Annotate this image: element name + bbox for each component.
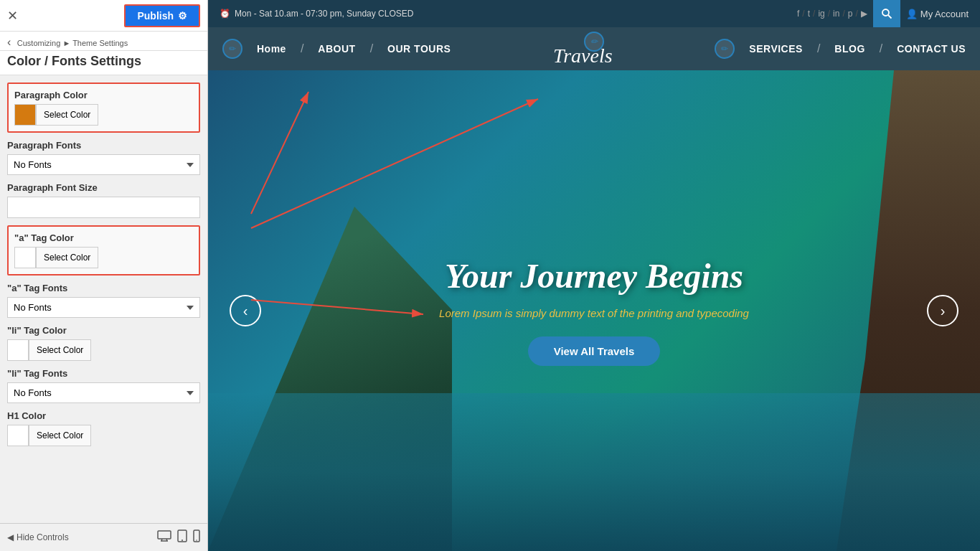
h1-color-select-btn[interactable]: Select Color bbox=[29, 425, 91, 446]
site-nav: ✏ Home / ABOUT / OUR TOURS ✏ Travels ✏ S… bbox=[208, 27, 980, 70]
nav-about[interactable]: ABOUT bbox=[318, 43, 355, 55]
facebook-icon[interactable]: f bbox=[797, 9, 799, 19]
carousel-next-button[interactable]: › bbox=[927, 295, 958, 326]
h1-color-swatch[interactable] bbox=[7, 425, 29, 446]
carousel-prev-button[interactable]: ‹ bbox=[230, 295, 261, 326]
edit-pencil-right[interactable]: ✏ bbox=[715, 39, 735, 59]
topbar-hours: Mon - Sat 10.am - 07:30 pm, Sunday CLOSE… bbox=[235, 9, 413, 19]
paragraph-color-label: Paragraph Color bbox=[14, 90, 193, 100]
pinterest-icon[interactable]: p bbox=[848, 9, 853, 19]
h1-color-label: H1 Color bbox=[7, 410, 200, 421]
breadcrumb-theme-settings: Theme Settings bbox=[72, 39, 128, 47]
paragraph-fonts-label: Paragraph Fonts bbox=[7, 140, 200, 151]
gear-icon: ⚙ bbox=[178, 10, 187, 22]
li-tag-color-group: "li" Tag Color Select Color bbox=[7, 325, 200, 361]
li-tag-fonts-group: "li" Tag Fonts No Fonts Arial Georgia bbox=[7, 368, 200, 403]
li-tag-fonts-label: "li" Tag Fonts bbox=[7, 368, 200, 379]
hide-controls-label: Hide Controls bbox=[17, 532, 69, 542]
topbar-right: f / t / ig / in / p / ▶ 👤 My Accoun bbox=[797, 0, 969, 27]
h1-color-group: H1 Color Select Color bbox=[7, 410, 200, 446]
page-title: Color / Fonts Settings bbox=[0, 51, 207, 75]
li-tag-color-label: "li" Tag Color bbox=[7, 325, 200, 336]
li-tag-color-row: Select Color bbox=[7, 339, 200, 361]
hero-content: Your Journey Begins Lorem Ipsum is simpl… bbox=[439, 256, 749, 366]
svg-point-8 bbox=[882, 9, 889, 16]
back-button[interactable]: ‹ bbox=[7, 36, 11, 49]
nav-blog[interactable]: BLOG bbox=[834, 43, 864, 55]
breadcrumb: ‹ Customizing ► Theme Settings bbox=[0, 32, 207, 51]
nav-right: ✏ SERVICES / BLOG / CONTACT US bbox=[715, 39, 966, 59]
tablet-view-button[interactable] bbox=[177, 529, 187, 545]
a-tag-color-label: "a" Tag Color bbox=[14, 232, 193, 243]
desktop-view-button[interactable] bbox=[157, 529, 171, 545]
hide-controls-button[interactable]: ◀ Hide Controls bbox=[7, 532, 69, 542]
paragraph-fonts-select[interactable]: No Fonts Arial Georgia Verdana bbox=[7, 154, 200, 175]
hero-cta-button[interactable]: View All Travels bbox=[528, 336, 661, 366]
settings-area: Paragraph Color Select Color Paragraph F… bbox=[0, 75, 207, 523]
close-button[interactable]: ✕ bbox=[7, 8, 18, 24]
customizer-panel: ✕ Publish ⚙ ‹ Customizing ► Theme Settin… bbox=[0, 0, 208, 551]
svg-rect-0 bbox=[158, 531, 171, 539]
top-bar: ✕ Publish ⚙ bbox=[0, 0, 207, 32]
paragraph-color-row: Select Color bbox=[14, 104, 193, 126]
svg-line-11 bbox=[251, 92, 308, 214]
a-tag-color-select-btn[interactable]: Select Color bbox=[36, 247, 98, 268]
paragraph-color-swatch[interactable] bbox=[14, 104, 36, 126]
paragraph-color-select-btn[interactable]: Select Color bbox=[36, 104, 98, 126]
edit-pencil-logo[interactable]: ✏ bbox=[584, 32, 604, 52]
a-tag-fonts-label: "a" Tag Fonts bbox=[7, 283, 200, 293]
my-account-button[interactable]: 👤 My Account bbox=[906, 9, 969, 19]
hero-section: ‹ Your Journey Begins Lorem Ipsum is sim… bbox=[208, 70, 980, 551]
publish-label: Publish bbox=[137, 10, 174, 22]
svg-line-12 bbox=[251, 99, 538, 228]
nav-left: ✏ Home / ABOUT / OUR TOURS bbox=[222, 39, 451, 59]
linkedin-icon[interactable]: in bbox=[833, 9, 839, 19]
search-button[interactable] bbox=[873, 0, 900, 27]
a-tag-color-swatch[interactable] bbox=[14, 247, 36, 268]
a-tag-fonts-select[interactable]: No Fonts Arial Georgia bbox=[7, 297, 200, 318]
nav-home[interactable]: Home bbox=[257, 43, 286, 55]
paragraph-color-group: Paragraph Color Select Color bbox=[7, 83, 200, 133]
a-tag-color-group: "a" Tag Color Select Color bbox=[7, 225, 200, 276]
svg-point-5 bbox=[182, 540, 183, 541]
youtube-icon[interactable]: ▶ bbox=[861, 9, 867, 19]
breadcrumb-customizing: Customizing bbox=[17, 39, 61, 47]
my-account-label: My Account bbox=[920, 9, 969, 19]
topbar-info: ⏰ Mon - Sat 10.am - 07:30 pm, Sunday CLO… bbox=[220, 9, 413, 19]
paragraph-fonts-group: Paragraph Fonts No Fonts Arial Georgia V… bbox=[7, 140, 200, 175]
twitter-icon[interactable]: t bbox=[808, 9, 810, 19]
bottom-controls: ◀ Hide Controls bbox=[0, 523, 207, 551]
paragraph-font-size-group: Paragraph Font Size bbox=[7, 182, 200, 218]
logo-text: Travels bbox=[553, 44, 612, 67]
publish-button[interactable]: Publish ⚙ bbox=[124, 4, 200, 27]
svg-point-7 bbox=[196, 540, 197, 541]
li-tag-fonts-select[interactable]: No Fonts Arial Georgia bbox=[7, 382, 200, 403]
site-topbar: ⏰ Mon - Sat 10.am - 07:30 pm, Sunday CLO… bbox=[208, 0, 980, 27]
breadcrumb-text: Customizing ► Theme Settings bbox=[17, 39, 128, 47]
nav-tours[interactable]: OUR TOURS bbox=[387, 43, 451, 55]
hero-title: Your Journey Begins bbox=[439, 256, 749, 296]
svg-line-9 bbox=[888, 15, 892, 19]
view-icons bbox=[157, 529, 200, 545]
paragraph-font-size-label: Paragraph Font Size bbox=[7, 182, 200, 193]
a-tag-color-row: Select Color bbox=[14, 247, 193, 268]
li-tag-color-swatch[interactable] bbox=[7, 339, 29, 361]
h1-color-row: Select Color bbox=[7, 425, 200, 446]
site-logo: ✏ Travels bbox=[553, 30, 612, 67]
edit-pencil-left[interactable]: ✏ bbox=[222, 39, 242, 59]
paragraph-font-size-input[interactable] bbox=[7, 197, 200, 218]
bg-water bbox=[208, 393, 980, 551]
nav-contact[interactable]: CONTACT US bbox=[897, 43, 966, 55]
social-icons: f / t / ig / in / p / ▶ bbox=[797, 9, 867, 19]
mobile-view-button[interactable] bbox=[193, 529, 200, 545]
site-preview: ⏰ Mon - Sat 10.am - 07:30 pm, Sunday CLO… bbox=[208, 0, 980, 551]
a-tag-fonts-group: "a" Tag Fonts No Fonts Arial Georgia bbox=[7, 283, 200, 318]
nav-services[interactable]: SERVICES bbox=[749, 43, 803, 55]
li-tag-color-select-btn[interactable]: Select Color bbox=[29, 339, 91, 361]
instagram-icon[interactable]: ig bbox=[818, 9, 824, 19]
hero-subtitle: Lorem Ipsum is simply dummy text of the … bbox=[439, 307, 749, 319]
